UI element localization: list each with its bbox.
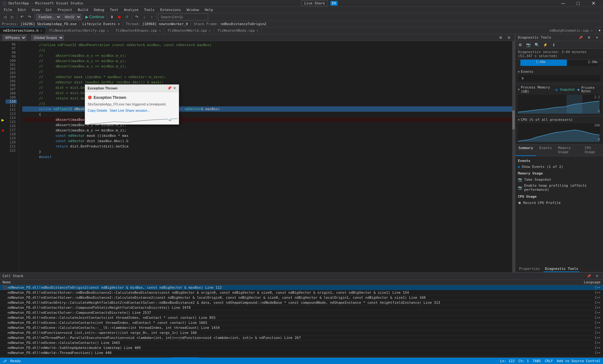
callstack-row[interactable]: ndNewton_FD.dll!ndContactSolver::ndBoxBo…: [0, 290, 603, 295]
callstack-row[interactable]: ndNewton_FD.dll!ndFunction<void (int,int…: [0, 330, 603, 335]
menu-file[interactable]: File: [1, 7, 15, 13]
lifecycle-events[interactable]: Lifecycle Events ▾: [82, 22, 120, 26]
diag-camera-icon[interactable]: 📷: [525, 41, 532, 48]
diag-settings-icon[interactable]: ⚙: [517, 41, 524, 48]
callstack-row[interactable]: ndNewton_FD.dll!ndThreadPool::ParallelEx…: [0, 335, 603, 340]
events-pause-button[interactable]: ⏸: [519, 75, 526, 82]
menu-debug[interactable]: Debug: [91, 7, 107, 13]
heap-profiling-item[interactable]: 📷 Enable heap profiling (affects perform…: [518, 183, 600, 193]
thread-value[interactable]: [18968] newtonWorker_0: [142, 22, 188, 26]
diag-filter-icon[interactable]: ⚡: [542, 41, 549, 48]
menu-analyze[interactable]: Analyze: [121, 7, 141, 13]
diag-pin-button[interactable]: 📌: [577, 34, 584, 41]
scrollbar-thumb[interactable]: [512, 110, 515, 129]
minimize-button[interactable]: ─: [556, 0, 570, 7]
forward-button[interactable]: ▷: [9, 13, 16, 20]
exception-pin-button[interactable]: 📌: [167, 86, 172, 90]
show-events-row[interactable]: ● Show Events (1 of 2): [518, 164, 600, 169]
fastdebug-dropdown[interactable]: FastDeb...: [36, 14, 61, 20]
scope-dropdown[interactable]: (Global Scope): [31, 35, 64, 40]
callstack-row[interactable]: ndNewton_FD.dll!ndWorld::ThreadFunction(…: [0, 351, 603, 356]
code-editor[interactable]: //inline ndFloat32 dBoxPenetration (cons…: [20, 41, 515, 272]
tab-overflow-button[interactable]: ▾: [596, 27, 603, 34]
take-snapshot-item[interactable]: 📷 Take Snapshot: [518, 177, 600, 183]
redo-button[interactable]: ↷: [26, 13, 33, 20]
start-live-share-link[interactable]: Start Live Share session...: [110, 109, 150, 112]
pause-button[interactable]: ⏸: [108, 13, 115, 20]
maximize-button[interactable]: □: [571, 0, 585, 7]
tab-close-icon[interactable]: ✕: [257, 29, 258, 32]
win32-dropdown[interactable]: Win32: [62, 14, 81, 20]
callstack-row[interactable]: ndNewton_FD.dll!ndScene::CalculateContac…: [0, 340, 603, 345]
callstack-row[interactable]: ndNewton_FD.dll!ndContactSolver::Compoun…: [0, 310, 603, 315]
copy-details-link[interactable]: Copy Details: [88, 109, 107, 112]
add-to-source-control[interactable]: Add to Source Control: [557, 359, 600, 363]
callstack-row[interactable]: ndNewton_FD.dll!ndWorldDefaultScene::Thr…: [0, 356, 603, 356]
callstack-row[interactable]: ndNewton_FD.dll!ndScene::CalculateContac…: [0, 320, 603, 325]
callstack-close-button[interactable]: ✕: [594, 273, 600, 280]
properties-tab[interactable]: Properties: [518, 266, 541, 272]
restart-button[interactable]: ↺: [123, 13, 130, 20]
timeline-bar[interactable]: 1:40m 2:30m: [520, 60, 598, 66]
step-into-button[interactable]: ↓: [141, 13, 148, 20]
filepath-root-dropdown[interactable]: fliPhysics: [3, 35, 26, 40]
tab-contactnotify[interactable]: fliNewton4ContactNotify.cpp ✕: [46, 27, 112, 34]
tab-ndintersections[interactable]: ndIntersections.h ✕: [0, 27, 46, 34]
editor-options-button[interactable]: ⊞: [497, 34, 504, 41]
editor-scrollbar[interactable]: [512, 41, 515, 272]
menu-view[interactable]: View: [29, 7, 43, 13]
close-button[interactable]: ✕: [586, 0, 600, 7]
tab-world[interactable]: fliNewton4World.cpp ✕: [164, 27, 214, 34]
memory-section-header[interactable]: ▼ Process Memory (GB) ▦ Snapshot ● Priva…: [518, 85, 600, 94]
diag-close-button[interactable]: ✕: [594, 34, 600, 41]
diag-tab-cpu[interactable]: CPU Usage: [582, 145, 603, 156]
menu-window[interactable]: Window: [184, 7, 202, 13]
tab-close-icon[interactable]: ✕: [209, 29, 211, 32]
stop-button[interactable]: ⏹: [116, 13, 123, 20]
menu-project[interactable]: Project: [55, 7, 74, 13]
process-value[interactable]: [16296] SbsSampleApp_FD.exe: [20, 22, 77, 26]
callstack-row[interactable]: ndNewton_FD.dll!ndContactSolver::ndBoxBo…: [0, 295, 603, 300]
diag-settings-button[interactable]: ⚙: [585, 34, 592, 41]
menu-test[interactable]: Test: [107, 7, 121, 13]
menu-tools[interactable]: Tools: [142, 7, 157, 13]
diagnostic-tools-tab[interactable]: Diagnostic Tools: [544, 266, 579, 272]
menu-build[interactable]: Build: [75, 7, 91, 13]
menu-extensions[interactable]: Extensions: [158, 7, 183, 13]
callstack-row[interactable]: ndNewton_FD.dll!ndScene::CalculateJointC…: [0, 315, 603, 320]
exception-close-button[interactable]: ✕: [173, 86, 176, 90]
tab-close-icon[interactable]: ✕: [159, 29, 161, 32]
callstack-pin-button[interactable]: 📌: [585, 273, 592, 280]
callstack-row[interactable]: ⬛ ndNewton_FD.dll!ndBoxDistanceToOrigin2…: [0, 285, 603, 290]
cpu-section-header[interactable]: ▼ CPU (% of all processors): [518, 118, 600, 122]
tab-kinematic[interactable]: ndBodyKinematic.cpp ✕: [546, 27, 596, 34]
record-cpu-item[interactable]: ⏺ Record CPU Profile: [518, 200, 600, 206]
step-over-button[interactable]: ↷: [133, 13, 140, 20]
tab-body[interactable]: fliNewton4Body.cpp ✕: [214, 27, 262, 34]
live-share-button[interactable]: Live Share: [301, 0, 328, 6]
menu-git[interactable]: Git: [43, 7, 55, 13]
callstack-row[interactable]: ndNewton_FD.dll!ndScene::CalculateContac…: [0, 325, 603, 330]
undo-button[interactable]: ↶: [19, 13, 25, 20]
stack-value[interactable]: ndBoxDistanceToOrigin2: [220, 22, 266, 26]
menu-help[interactable]: Help: [202, 7, 216, 13]
search-button[interactable]: Search (Ctrl+Q): [158, 13, 208, 20]
diag-info-icon[interactable]: ℹ: [550, 41, 557, 48]
events-section-header[interactable]: ▼ Events: [518, 70, 600, 74]
continue-button[interactable]: ▶ Continue: [84, 13, 106, 20]
split-editor-button[interactable]: ⧉: [505, 34, 512, 41]
tab-close-icon[interactable]: ✕: [591, 29, 593, 32]
diag-search-icon[interactable]: 🔍: [533, 41, 541, 48]
tab-close-icon[interactable]: ✕: [41, 29, 42, 32]
menu-edit[interactable]: Edit: [15, 7, 29, 13]
diag-tab-memory[interactable]: Memory Usage: [555, 145, 582, 156]
tab-shapes[interactable]: fliNewton4Shapes.cpp ✕: [112, 27, 164, 34]
back-button[interactable]: ◁: [1, 13, 8, 20]
callstack-row[interactable]: ndNewton_FD.dll!ndStackEntry::CalculateH…: [0, 300, 603, 305]
tab-close-icon[interactable]: ✕: [107, 29, 109, 32]
callstack-row[interactable]: ndNewton_FD.dll!ndWorld::SubStepUpdate(d…: [0, 345, 603, 351]
callstack-row[interactable]: ndNewton_FD.dll!ndContactSolver::Compoun…: [0, 305, 603, 310]
step-out-button[interactable]: ↑: [148, 13, 155, 20]
diag-tab-events[interactable]: Events: [536, 145, 555, 156]
diag-tab-summary[interactable]: Summary: [515, 145, 536, 156]
